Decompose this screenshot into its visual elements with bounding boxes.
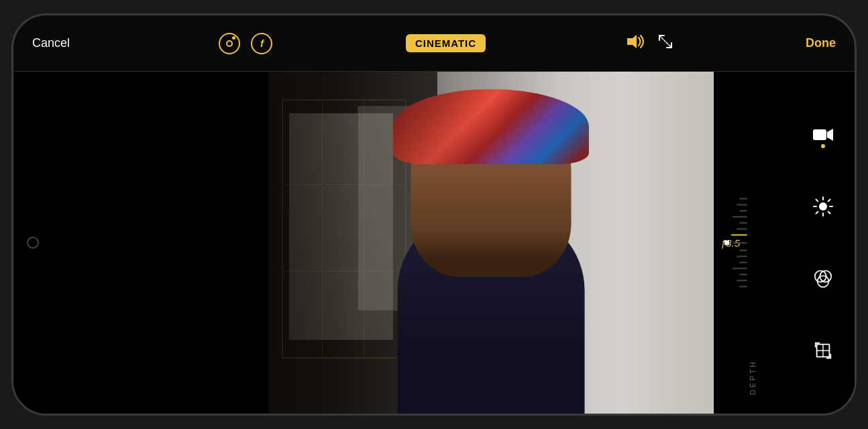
- sound-icon[interactable]: [626, 34, 645, 53]
- tick-10: [739, 262, 747, 263]
- tick-13: [737, 280, 747, 282]
- camera-target-icon[interactable]: [219, 33, 240, 54]
- tick-14: [739, 286, 747, 288]
- camera-dot: [226, 40, 233, 47]
- tick-6: [737, 229, 747, 230]
- tick-3: [739, 210, 747, 212]
- tick-8: [739, 250, 747, 251]
- svg-line-16: [816, 212, 818, 214]
- done-button[interactable]: Done: [806, 36, 836, 50]
- color-tool-button[interactable]: [808, 264, 838, 294]
- video-icon-dot: [821, 144, 825, 148]
- camera-dot-2: [232, 36, 235, 40]
- tick-12: [739, 274, 747, 275]
- transform-tool-button[interactable]: [808, 336, 838, 365]
- slider-ticks: [724, 198, 747, 288]
- tick-7: [733, 242, 747, 243]
- fullscreen-icon[interactable]: [658, 34, 673, 52]
- tick-11: [733, 268, 747, 269]
- video-tool-button[interactable]: [808, 120, 838, 149]
- top-right-icons: [619, 34, 673, 53]
- phone-frame: Cancel f CINEMATIC: [11, 13, 857, 416]
- slider-area: ƒ3.5: [714, 78, 767, 407]
- tick-active: [731, 235, 747, 236]
- svg-line-5: [659, 36, 671, 48]
- exposure-tool-button[interactable]: [808, 192, 838, 221]
- top-icons: f: [219, 33, 272, 54]
- tick-9: [737, 256, 747, 257]
- svg-line-14: [828, 212, 830, 214]
- tick-5: [739, 223, 747, 224]
- right-panel: ƒ3.5: [714, 72, 855, 414]
- slider-indicator-dot: [724, 241, 729, 245]
- svg-point-8: [819, 202, 827, 210]
- top-bar: Cancel f CINEMATIC: [13, 15, 855, 72]
- tick-2: [737, 204, 747, 206]
- video-frame: [268, 72, 714, 414]
- svg-rect-6: [813, 129, 826, 140]
- tick-1: [739, 198, 747, 200]
- video-content: [268, 72, 714, 414]
- svg-line-13: [816, 200, 818, 202]
- icons-column: [800, 78, 847, 407]
- svg-marker-7: [827, 129, 833, 141]
- depth-label: DEPTH: [749, 360, 757, 395]
- side-camera-dot: [27, 237, 39, 249]
- svg-marker-0: [627, 35, 637, 48]
- cinematic-badge[interactable]: CINEMATIC: [406, 34, 486, 52]
- tick-4: [733, 217, 747, 218]
- svg-line-15: [828, 200, 830, 202]
- left-panel: [13, 72, 268, 414]
- main-content: ƒ3.5: [13, 72, 855, 414]
- aperture-icon[interactable]: f: [251, 33, 272, 54]
- aperture-f-label: f: [260, 38, 264, 49]
- cancel-button[interactable]: Cancel: [32, 36, 86, 50]
